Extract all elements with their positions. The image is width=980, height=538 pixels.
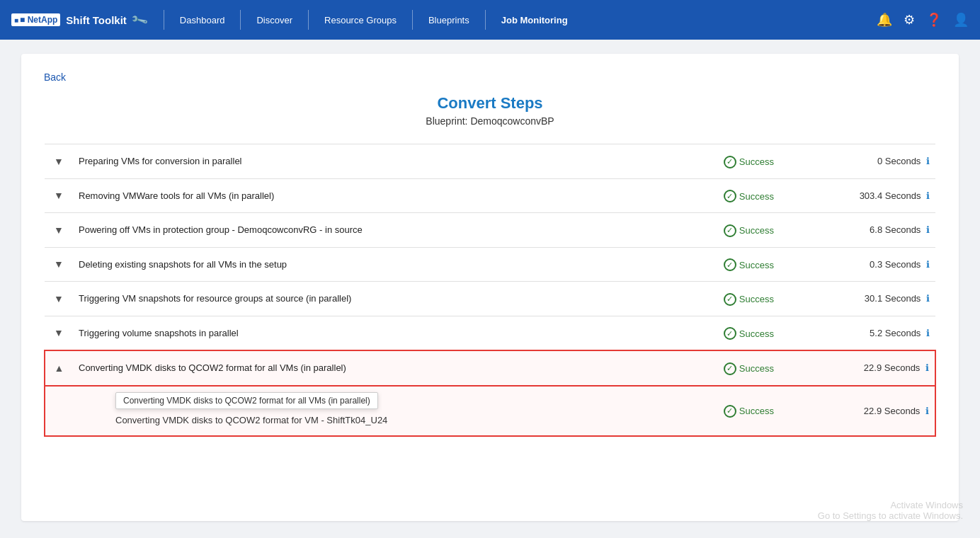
info-icon-5[interactable]: ℹ xyxy=(926,293,930,304)
nav-divider-5 xyxy=(485,10,486,30)
help-icon[interactable]: ❓ xyxy=(926,12,942,28)
time-2: 303.4 Seconds ℹ xyxy=(785,178,935,213)
chevron-7[interactable]: ▲ xyxy=(45,350,73,386)
sub-status: ✓ Success xyxy=(661,386,785,436)
status-3: ✓ Success xyxy=(661,213,785,248)
navbar: ■ ■ NetApp Shift Toolkit 🔧 Dashboard Dis… xyxy=(0,0,980,40)
status-text-6: Success xyxy=(739,328,774,339)
nav-divider-1 xyxy=(164,10,164,30)
success-icon-sub: ✓ xyxy=(724,405,736,418)
step-name-2: Removing VMWare tools for all VMs (in pa… xyxy=(73,178,661,213)
info-icon-sub[interactable]: ℹ xyxy=(925,406,929,416)
info-icon-4[interactable]: ℹ xyxy=(926,259,930,270)
step-name-5: Triggering VM snapshots for resource gro… xyxy=(73,282,661,316)
time-5: 30.1 Seconds ℹ xyxy=(785,282,935,316)
time-1: 0 Seconds ℹ xyxy=(785,144,935,179)
netapp-text: ■ NetApp xyxy=(20,15,57,25)
step-row-7: ▲ Converting VMDK disks to QCOW2 format … xyxy=(45,350,935,386)
status-4: ✓ Success xyxy=(661,247,785,282)
time-7: 22.9 Seconds ℹ xyxy=(785,350,935,386)
chevron-6[interactable]: ▼ xyxy=(45,316,73,350)
status-7: ✓ Success xyxy=(661,350,785,386)
nav-job-monitoring[interactable]: Job Monitoring xyxy=(491,15,578,25)
status-1: ✓ Success xyxy=(661,144,785,179)
step-row-1: ▼ Preparing VMs for conversion in parall… xyxy=(45,144,935,179)
status-text-5: Success xyxy=(739,294,774,304)
status-text-4: Success xyxy=(739,260,774,270)
back-link[interactable]: Back xyxy=(44,71,66,83)
page-header: Convert Steps Blueprint: DemoqcowconvBP xyxy=(44,94,936,127)
chevron-3[interactable]: ▼ xyxy=(45,213,73,248)
netapp-logo: ■ ■ NetApp xyxy=(11,13,60,26)
success-icon-4: ✓ xyxy=(724,258,736,271)
netapp-square-icon: ■ xyxy=(14,16,18,24)
nav-resource-groups[interactable]: Resource Groups xyxy=(314,15,406,25)
nav-divider-4 xyxy=(412,10,413,30)
brand: ■ ■ NetApp Shift Toolkit 🔧 xyxy=(11,13,147,27)
step-sub-row-7: Converting VMDK disks to QCOW2 format fo… xyxy=(45,386,935,436)
info-icon-7[interactable]: ℹ xyxy=(925,362,929,373)
status-text-7: Success xyxy=(739,363,774,374)
time-4: 0.3 Seconds ℹ xyxy=(785,247,935,282)
step-row-4: ▼ Deleting existing snapshots for all VM… xyxy=(45,247,935,282)
info-icon-6[interactable]: ℹ xyxy=(926,328,930,338)
nav-blueprints[interactable]: Blueprints xyxy=(418,15,479,25)
navbar-right: 🔔 ⚙ ❓ 👤 xyxy=(877,12,969,28)
step-name-3: Powering off VMs in protection group - D… xyxy=(73,213,661,248)
info-icon-2[interactable]: ℹ xyxy=(926,190,930,201)
info-icon-3[interactable]: ℹ xyxy=(926,224,930,235)
chevron-5[interactable]: ▼ xyxy=(45,282,73,316)
status-text-3: Success xyxy=(739,225,774,236)
nav-discover[interactable]: Discover xyxy=(246,15,302,25)
page-title: Convert Steps xyxy=(44,94,936,113)
sub-row-spacer xyxy=(45,386,73,436)
success-icon-1: ✓ xyxy=(724,156,736,168)
wrench-icon: 🔧 xyxy=(130,11,149,29)
user-icon[interactable]: 👤 xyxy=(953,12,969,28)
success-icon-5: ✓ xyxy=(724,293,736,306)
status-text-2: Success xyxy=(739,191,774,202)
bell-icon[interactable]: 🔔 xyxy=(877,12,892,28)
chevron-1[interactable]: ▼ xyxy=(45,144,73,179)
status-6: ✓ Success xyxy=(661,316,785,350)
sub-time: 22.9 Seconds ℹ xyxy=(785,386,935,436)
step-row-3: ▼ Powering off VMs in protection group -… xyxy=(45,213,935,248)
shift-toolkit-label: Shift Toolkit xyxy=(66,14,127,26)
step-row-6: ▼ Triggering volume snapshots in paralle… xyxy=(45,316,935,350)
gear-icon[interactable]: ⚙ xyxy=(904,12,915,28)
status-5: ✓ Success xyxy=(661,282,785,316)
sub-status-text: Success xyxy=(739,406,774,416)
chevron-4[interactable]: ▼ xyxy=(45,247,73,282)
success-icon-3: ✓ xyxy=(724,224,736,237)
time-3: 6.8 Seconds ℹ xyxy=(785,213,935,248)
status-text-1: Success xyxy=(739,156,774,167)
time-6: 5.2 Seconds ℹ xyxy=(785,316,935,350)
info-icon-1[interactable]: ℹ xyxy=(926,156,930,166)
nav-divider-2 xyxy=(240,10,241,30)
step-name-1: Preparing VMs for conversion in parallel xyxy=(73,144,661,179)
nav-dashboard[interactable]: Dashboard xyxy=(170,15,235,25)
success-icon-6: ✓ xyxy=(724,327,736,340)
status-2: ✓ Success xyxy=(661,178,785,213)
tooltip-box: Converting VMDK disks to QCOW2 format fo… xyxy=(115,392,378,409)
step-name-6: Triggering volume snapshots in parallel xyxy=(73,316,661,350)
success-icon-2: ✓ xyxy=(724,190,736,202)
success-icon-7: ✓ xyxy=(724,362,736,375)
nav-divider-3 xyxy=(308,10,309,30)
step-name-7: Converting VMDK disks to QCOW2 format fo… xyxy=(73,350,661,386)
chevron-2[interactable]: ▼ xyxy=(45,178,73,213)
step-name-4: Deleting existing snapshots for all VMs … xyxy=(73,247,661,282)
blueprint-label: Blueprint: DemoqcowconvBP xyxy=(44,115,936,127)
step-row-2: ▼ Removing VMWare tools for all VMs (in … xyxy=(45,178,935,213)
steps-table: ▼ Preparing VMs for conversion in parall… xyxy=(44,144,936,437)
step-row-5: ▼ Triggering VM snapshots for resource g… xyxy=(45,282,935,316)
main-content: Back Convert Steps Blueprint: Demoqcowco… xyxy=(21,54,959,521)
sub-step-name: Converting VMDK disks to QCOW2 format fo… xyxy=(73,386,661,436)
